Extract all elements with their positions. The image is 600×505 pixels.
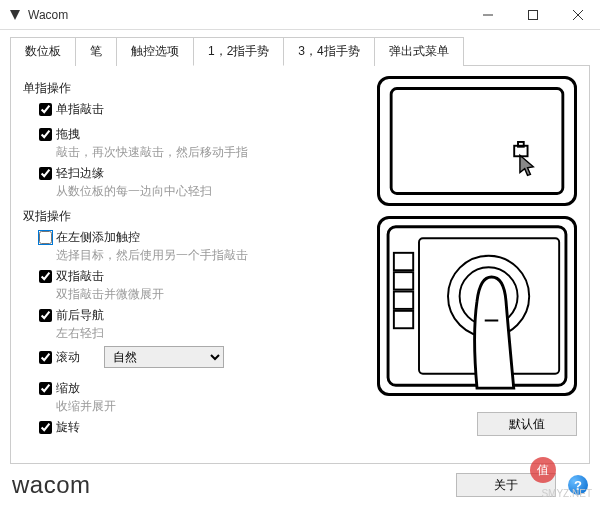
chk-two-tap[interactable] <box>39 270 52 283</box>
svg-rect-6 <box>518 142 524 147</box>
lbl-two-tap: 双指敲击 <box>56 268 104 285</box>
lbl-scroll: 滚动 <box>56 349 80 366</box>
lbl-drag: 拖拽 <box>56 126 80 143</box>
chk-navigate[interactable] <box>39 309 52 322</box>
chk-zoom[interactable] <box>39 382 52 395</box>
chk-edge-swipe[interactable] <box>39 167 52 180</box>
svg-rect-10 <box>394 272 413 289</box>
lbl-zoom: 缩放 <box>56 380 80 397</box>
lbl-add-touch-left: 在左侧添加触控 <box>56 229 140 246</box>
tab-popup-menu[interactable]: 弹出式菜单 <box>374 37 464 66</box>
illustration-screen <box>377 76 577 206</box>
tab-touch-options[interactable]: 触控选项 <box>116 37 194 66</box>
minimize-button[interactable] <box>465 0 510 30</box>
default-button[interactable]: 默认值 <box>477 412 577 436</box>
desc-zoom: 收缩并展开 <box>56 398 377 415</box>
tab-bar: 数位板 笔 触控选项 1，2指手势 3，4指手势 弹出式菜单 <box>10 36 590 66</box>
maximize-button[interactable] <box>510 0 555 30</box>
svg-rect-9 <box>394 253 413 270</box>
about-button[interactable]: 关于 <box>456 473 556 497</box>
lbl-edge-swipe: 轻扫边缘 <box>56 165 104 182</box>
chk-scroll[interactable] <box>39 351 52 364</box>
footer: wacom 关于 ? <box>0 465 600 505</box>
svg-rect-1 <box>528 10 537 19</box>
lbl-rotate: 旋转 <box>56 419 80 436</box>
section-single-finger: 单指操作 <box>23 80 377 97</box>
tab-34-finger[interactable]: 3，4指手势 <box>283 37 374 66</box>
close-button[interactable] <box>555 0 600 30</box>
illustration-tablet <box>377 216 577 396</box>
desc-add-touch-left: 选择目标，然后使用另一个手指敲击 <box>56 247 377 264</box>
settings-panel: 单指操作 单指敲击 拖拽敲击，再次快速敲击，然后移动手指 轻扫边缘从数位板的每一… <box>10 66 590 464</box>
tab-12-finger[interactable]: 1，2指手势 <box>193 37 284 66</box>
chk-rotate[interactable] <box>39 421 52 434</box>
svg-rect-4 <box>391 89 563 194</box>
select-scroll-mode[interactable]: 自然 <box>104 346 224 368</box>
desc-drag: 敲击，再次快速敲击，然后移动手指 <box>56 144 377 161</box>
desc-edge-swipe: 从数位板的每一边向中心轻扫 <box>56 183 377 200</box>
desc-navigate: 左右轻扫 <box>56 325 377 342</box>
app-icon <box>8 8 22 22</box>
wacom-logo: wacom <box>12 471 456 499</box>
titlebar: Wacom <box>0 0 600 30</box>
lbl-single-tap: 单指敲击 <box>56 101 104 118</box>
svg-rect-12 <box>394 311 413 328</box>
lbl-navigate: 前后导航 <box>56 307 104 324</box>
svg-rect-11 <box>394 292 413 309</box>
help-icon[interactable]: ? <box>568 475 588 495</box>
chk-drag[interactable] <box>39 128 52 141</box>
desc-two-tap: 双指敲击并微微展开 <box>56 286 377 303</box>
tab-tablet[interactable]: 数位板 <box>10 37 76 66</box>
section-two-finger: 双指操作 <box>23 208 377 225</box>
chk-add-touch-left[interactable] <box>39 231 52 244</box>
tab-pen[interactable]: 笔 <box>75 37 117 66</box>
window-title: Wacom <box>28 8 465 22</box>
chk-single-tap[interactable] <box>39 103 52 116</box>
